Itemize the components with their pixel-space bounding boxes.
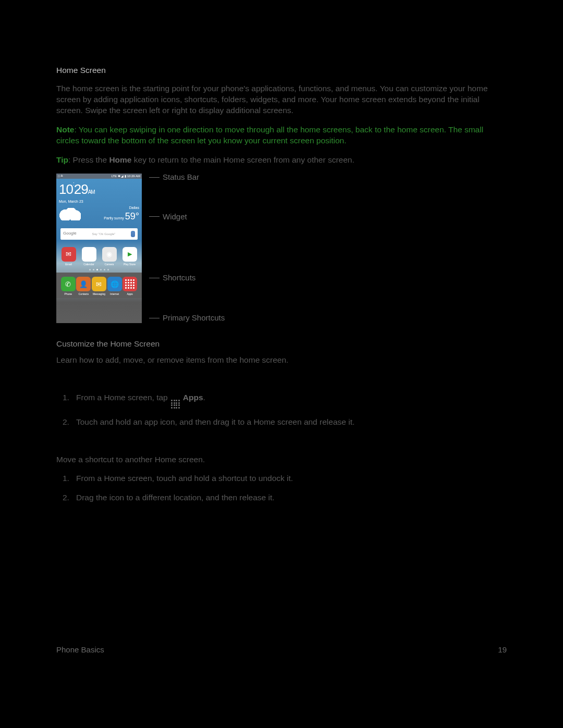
app-label: Camera [105,263,114,266]
app-label: Internet [110,292,119,296]
app-icon: 🌐 [107,277,122,291]
tip-label: Tip [56,155,68,164]
label-shortcuts: Shortcuts [163,273,195,283]
clock-date: Mon, March 23 [59,199,139,204]
app-internet: 🌐Internet [107,277,123,296]
apps-label: Apps [183,393,203,402]
app-label: Apps [127,292,132,296]
status-right: LTE ✱ ◢ ▮ 10:29 AM [111,174,140,178]
app-apps: Apps [122,277,138,296]
shortcut-row: ✉Email31Calendar◉CameraPlay Store [56,247,142,266]
tip-paragraph: Tip: Press the Home key to return to the… [56,155,507,166]
app-icon: 👤 [76,277,91,291]
google-logo: Google [63,231,77,237]
label-status-bar: Status Bar [163,172,199,182]
home-screen-diagram: □ ≙ LTE ✱ ◢ ▮ 10:29 AM 10:29AM Mon, Marc… [56,174,507,323]
app-icon: ✉ [92,277,106,291]
app-label: Play Store [124,263,136,266]
section-title: Home Screen [56,65,507,76]
app-messaging: ✉Messaging [91,277,107,296]
app-calendar: 31Calendar [81,247,97,266]
weather-condition: Partly sunny [104,216,124,220]
status-bar: □ ≙ LTE ✱ ◢ ▮ 10:29 AM [56,174,142,179]
customize-intro: Learn how to add, move, or remove items … [56,355,507,366]
tip-suffix: key to return to the main Home screen fr… [131,155,354,164]
footer-section: Phone Basics [56,645,104,655]
clock-min: 29 [74,181,88,197]
app-camera: ◉Camera [101,247,118,266]
step-item: From a Home screen, tap Apps. [76,392,507,409]
app-icon: ✆ [61,277,76,291]
primary-shortcuts-dock: ✆Phone👤Contacts✉Messaging🌐InternetApps [56,273,142,298]
status-left: □ ≙ [58,174,63,178]
step-item: Touch and hold an app icon, and then dra… [76,417,507,428]
app-phone: ✆Phone [60,277,76,296]
app-icon [123,247,137,262]
phone-mockup: □ ≙ LTE ✱ ◢ ▮ 10:29 AM 10:29AM Mon, Marc… [56,174,142,323]
mic-icon [131,231,135,237]
note-text: : You can keep swiping in one direction … [56,125,483,145]
page-indicator [56,266,142,273]
app-email: ✉Email [60,247,77,266]
step-item: From a Home screen, touch and hold a sho… [76,473,507,484]
app-icon: ✉ [62,247,76,262]
app-icon: 31 [82,247,96,262]
app-label: Email [65,263,72,266]
move-shortcuts-steps: From a Home screen, touch and hold a sho… [56,473,507,503]
app-play-store: Play Store [121,247,138,266]
footer-page-number: 19 [498,645,507,655]
intro-paragraph: The home screen is the starting point fo… [56,83,507,116]
label-primary-shortcuts: Primary Shortcuts [163,313,225,323]
clock-ampm: AM [88,189,95,195]
app-icon: ◉ [102,247,117,262]
clock-widget: 10:29AM Mon, March 23 [56,179,142,205]
page-footer: Phone Basics 19 [56,645,507,655]
app-label: Contacts [79,292,89,296]
move-shortcuts-title: Move Shortcuts [56,436,507,447]
app-icon [123,277,137,291]
create-shortcuts-title: Create Shortcuts [56,374,507,385]
step-item: Drag the icon to a different location, a… [76,492,507,503]
customize-title: Customize the Home Screen [56,339,507,350]
tip-prefix: : Press the [68,155,109,164]
apps-grid-icon [171,400,180,409]
move-intro: Move a shortcut to another Home screen. [56,454,507,465]
note-paragraph: Note: You can keep swiping in one direct… [56,125,507,146]
cloud-icon [59,208,81,220]
label-widget: Widget [163,212,187,222]
diagram-labels: Status Bar Widget Shortcuts Primary Shor… [149,174,225,323]
app-label: Phone [65,292,72,296]
weather-location: Dallas [129,206,139,209]
app-label: Calendar [83,263,94,266]
clock-hour: 10 [59,181,73,197]
google-search-widget: Google Say "Ok Google" [60,228,138,240]
note-label: Note [56,125,74,134]
weather-widget: Dallas Partly sunny 59° [56,205,142,228]
ok-google-hint: Say "Ok Google" [92,232,115,236]
weather-temp: 59° [125,211,139,221]
app-label: Messaging [93,292,105,296]
create-shortcuts-steps: From a Home screen, tap Apps.Touch and h… [56,392,507,427]
app-contacts: 👤Contacts [76,277,92,296]
tip-home-key: Home [109,155,131,164]
